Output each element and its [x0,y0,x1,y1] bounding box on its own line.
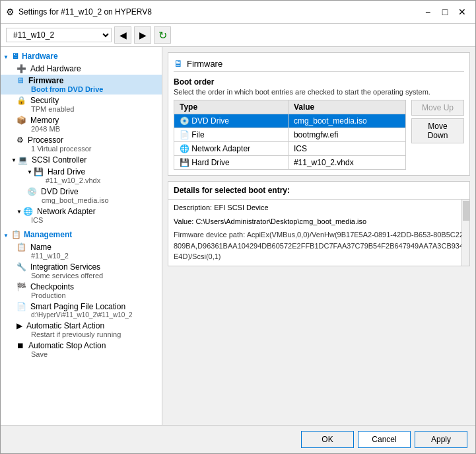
network-icon: 🌐 [23,207,33,216]
harddrive-expand-icon [27,169,32,175]
mgmt-group-label: Management [24,230,72,239]
boot-entry-type: 🌐 Network Adapter [174,142,289,156]
security-label: Security [30,96,59,105]
sidebar-item-integration[interactable]: 🔧 Integration Services Some services off… [1,261,162,281]
details-body[interactable]: Description: EFI SCSI Device Value: C:\U… [168,200,469,266]
vm-select[interactable]: #11_w10_2 [6,28,112,42]
sidebar-item-processor[interactable]: ⚙ Processor 1 Virtual processor [1,134,162,154]
autostop-sub: Save [17,350,159,358]
ok-button[interactable]: OK [301,431,354,448]
disk-icon: 💾 [180,158,189,167]
sidebar-item-security[interactable]: 🔒 Security TPM enabled [1,95,162,114]
file-icon: 📄 [180,130,189,139]
cancel-button[interactable]: Cancel [358,431,411,448]
sidebar-group-management[interactable]: 📋 Management [1,228,162,241]
boot-entry-type: 💾 Hard Drive [174,156,289,170]
autostart-sub: Restart if previously running [17,330,159,338]
col-type: Type [174,100,289,114]
boot-table-wrap: Type Value 💿 DVD Drive cmg_boot_media.is… [174,100,406,170]
memory-icon: 📦 [17,116,26,125]
harddrive-label: Hard Drive [48,167,85,176]
details-description: Description: EFI SCSI Device [174,202,464,213]
security-sub: TPM enabled [17,105,159,113]
boot-entry-value: #11_w10_2.vhdx [288,156,405,170]
security-icon: 🔒 [17,96,26,105]
firmware-sub: Boot from DVD Drive [17,85,159,93]
move-up-button[interactable]: Move Up [411,100,464,116]
minimize-button[interactable]: − [420,5,436,19]
paging-label: Smart Paging File Location [30,302,125,311]
processor-sub: 1 Virtual processor [17,145,159,153]
network-icon: 🌐 [180,144,189,153]
scrollbar-thumb [463,201,469,221]
maximize-button[interactable]: □ [437,5,453,19]
boot-entry-type: 💿 DVD Drive [174,114,289,128]
network-label: Network Adapter [37,207,96,216]
refresh-button[interactable]: ↻ [154,26,171,44]
firmware-panel: 🖥 Firmware Boot order Select the order i… [168,52,470,176]
move-down-button[interactable]: Move Down [411,118,464,143]
sidebar-item-smart-paging[interactable]: 📄 Smart Paging File Location d:\HyperV\#… [1,301,162,320]
sidebar-item-hard-drive[interactable]: 💾 Hard Drive #11_w10_2.vhdx [1,166,162,186]
sidebar-item-add-hardware[interactable]: ➕ Add Hardware [1,63,162,75]
boot-entry-type: 📄 File [174,128,289,142]
title-bar-controls: − □ ✕ [420,5,470,19]
sidebar-item-firmware[interactable]: 🖥 Firmware Boot from DVD Drive [1,75,162,95]
boot-buttons: Move Up Move Down [411,100,464,170]
sidebar-item-checkpoints[interactable]: 🏁 Checkpoints Production [1,281,162,301]
sidebar-group-hardware[interactable]: 🖥 Hardware [1,50,162,63]
boot-order-desc: Select the order in which boot entries a… [174,88,464,96]
memory-label: Memory [30,116,59,125]
add-hardware-icon: ➕ [17,64,26,73]
col-value: Value [288,100,405,114]
boot-table-row[interactable]: 📄 File bootmgfw.efi [174,128,406,142]
scsi-icon: 💻 [18,155,28,165]
harddrive-icon: 💾 [34,167,44,176]
mgmt-expand-icon [3,231,9,239]
boot-table-row[interactable]: 💿 DVD Drive cmg_boot_media.iso [174,114,406,128]
boot-table-row[interactable]: 💾 Hard Drive #11_w10_2.vhdx [174,156,406,170]
integration-label: Integration Services [30,262,100,272]
sidebar: 🖥 Hardware ➕ Add Hardware 🖥 Firmware Boo… [1,47,162,425]
sidebar-item-dvd-drive[interactable]: 💿 DVD Drive cmg_boot_media.iso [1,186,162,206]
autostart-icon: ▶ [17,321,22,330]
scsi-label: SCSI Controller [32,155,86,165]
scrollbar-track[interactable] [461,200,469,266]
harddrive-sub: #11_w10_2.vhdx [27,176,159,184]
sidebar-item-network-adapter[interactable]: 🌐 Network Adapter ICS [1,206,162,225]
right-panel: 🖥 Firmware Boot order Select the order i… [162,47,475,425]
sidebar-item-scsi-controller[interactable]: 💻 SCSI Controller [1,154,162,166]
firmware-icon: 🖥 [17,76,24,85]
name-label: Name [30,243,51,252]
checkpoints-icon: 🏁 [17,282,26,291]
name-sub: #11_w10_2 [17,252,159,260]
sidebar-item-auto-stop[interactable]: ⏹ Automatic Stop Action Save [1,340,162,359]
integration-sub: Some services offered [17,272,159,280]
integration-icon: 🔧 [17,262,26,272]
sidebar-item-auto-start[interactable]: ▶ Automatic Start Action Restart if prev… [1,320,162,340]
details-path: Firmware device path: AcpiEx(VMBus,0,0)/… [174,229,464,262]
add-hardware-label: Add Hardware [30,64,81,73]
memory-sub: 2048 MB [17,125,159,133]
bottom-bar: OK Cancel Apply [1,425,475,453]
details-header: Details for selected boot entry: [168,182,469,200]
sidebar-item-name[interactable]: 📋 Name #11_w10_2 [1,241,162,261]
sidebar-item-memory[interactable]: 📦 Memory 2048 MB [1,114,162,134]
boot-table-row[interactable]: 🌐 Network Adapter ICS [174,142,406,156]
details-value: Value: C:\Users\Administrator\Desktop\cm… [174,216,464,227]
boot-entry-value: cmg_boot_media.iso [288,114,405,128]
back-button[interactable]: ◀ [114,26,131,44]
checkpoints-label: Checkpoints [30,282,74,291]
hardware-group-label: Hardware [22,52,58,61]
boot-order-label: Boot order [174,77,464,87]
dvddrive-sub: cmg_boot_media.iso [27,196,159,204]
forward-button[interactable]: ▶ [134,26,151,44]
paging-sub: d:\HyperV\#11_w10_2\#11_w10_2 [17,311,159,319]
scsi-expand-icon [11,157,17,163]
dvd-icon: 💿 [180,116,189,126]
paging-icon: 📄 [17,302,26,311]
close-button[interactable]: ✕ [454,5,470,19]
dvddrive-icon: 💿 [27,187,37,196]
apply-button[interactable]: Apply [415,431,467,448]
firmware-panel-icon: 🖥 [174,58,183,69]
